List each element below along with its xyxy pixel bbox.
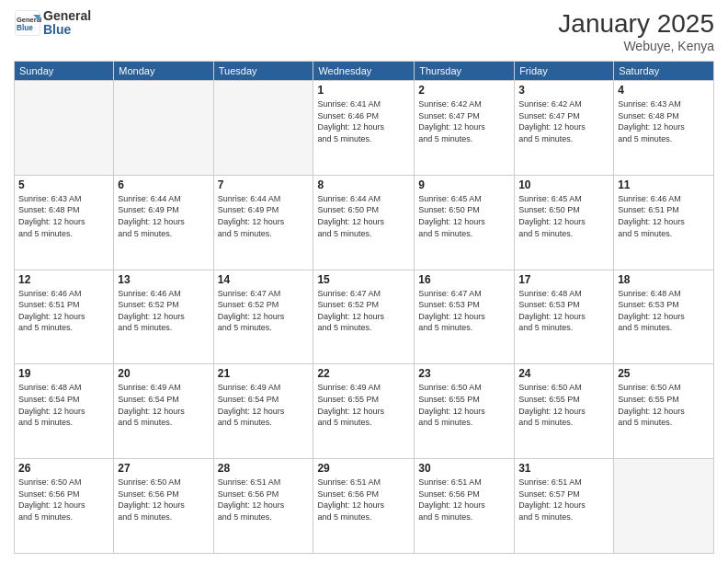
day-info: Sunrise: 6:51 AM Sunset: 6:56 PM Dayligh… <box>418 477 510 523</box>
week-row-3: 19Sunrise: 6:48 AM Sunset: 6:54 PM Dayli… <box>15 364 714 459</box>
calendar-cell: 14Sunrise: 6:47 AM Sunset: 6:52 PM Dayli… <box>213 270 313 364</box>
day-number: 4 <box>618 84 710 97</box>
day-info: Sunrise: 6:45 AM Sunset: 6:50 PM Dayligh… <box>518 193 609 239</box>
day-info: Sunrise: 6:42 AM Sunset: 6:47 PM Dayligh… <box>418 98 510 144</box>
day-number: 7 <box>218 178 310 191</box>
calendar-cell <box>15 81 114 176</box>
day-info: Sunrise: 6:46 AM Sunset: 6:51 PM Dayligh… <box>618 193 710 239</box>
logo-line2: Blue <box>43 23 91 37</box>
day-number: 11 <box>618 178 710 191</box>
weekday-header-sunday: Sunday <box>15 62 114 81</box>
day-number: 16 <box>418 273 510 286</box>
weekday-header-monday: Monday <box>114 62 213 81</box>
calendar-cell: 10Sunrise: 6:45 AM Sunset: 6:50 PM Dayli… <box>515 175 614 270</box>
calendar-cell: 3Sunrise: 6:42 AM Sunset: 6:47 PM Daylig… <box>515 81 614 176</box>
day-info: Sunrise: 6:42 AM Sunset: 6:47 PM Dayligh… <box>518 98 609 144</box>
calendar-cell: 4Sunrise: 6:43 AM Sunset: 6:48 PM Daylig… <box>614 81 714 176</box>
day-number: 19 <box>18 367 109 380</box>
weekday-header-thursday: Thursday <box>415 62 515 81</box>
calendar-cell: 21Sunrise: 6:49 AM Sunset: 6:54 PM Dayli… <box>213 364 313 459</box>
day-number: 20 <box>118 367 209 380</box>
day-number: 29 <box>317 462 410 475</box>
day-number: 15 <box>317 273 410 286</box>
calendar-table: SundayMondayTuesdayWednesdayThursdayFrid… <box>14 61 714 554</box>
day-number: 9 <box>418 178 510 191</box>
day-number: 30 <box>418 462 510 475</box>
day-info: Sunrise: 6:50 AM Sunset: 6:55 PM Dayligh… <box>418 382 510 428</box>
logo-line1: General <box>43 9 91 23</box>
day-number: 24 <box>518 367 609 380</box>
calendar-cell: 23Sunrise: 6:50 AM Sunset: 6:55 PM Dayli… <box>415 364 515 459</box>
header: General Blue General Blue January 2025 W… <box>14 9 714 53</box>
day-number: 8 <box>317 178 410 191</box>
day-info: Sunrise: 6:48 AM Sunset: 6:53 PM Dayligh… <box>618 288 710 334</box>
calendar-cell: 28Sunrise: 6:51 AM Sunset: 6:56 PM Dayli… <box>213 459 313 554</box>
day-number: 1 <box>317 84 410 97</box>
calendar-cell: 12Sunrise: 6:46 AM Sunset: 6:51 PM Dayli… <box>15 270 114 364</box>
calendar-body: 1Sunrise: 6:41 AM Sunset: 6:46 PM Daylig… <box>15 81 714 554</box>
day-number: 27 <box>118 462 209 475</box>
calendar-cell: 22Sunrise: 6:49 AM Sunset: 6:55 PM Dayli… <box>313 364 415 459</box>
calendar-cell: 24Sunrise: 6:50 AM Sunset: 6:55 PM Dayli… <box>515 364 614 459</box>
calendar-cell: 6Sunrise: 6:44 AM Sunset: 6:49 PM Daylig… <box>114 175 213 270</box>
week-row-0: 1Sunrise: 6:41 AM Sunset: 6:46 PM Daylig… <box>15 81 714 176</box>
day-number: 28 <box>218 462 310 475</box>
week-row-2: 12Sunrise: 6:46 AM Sunset: 6:51 PM Dayli… <box>15 270 714 364</box>
month-title: January 2025 <box>558 9 714 39</box>
day-number: 14 <box>218 273 310 286</box>
calendar-cell: 30Sunrise: 6:51 AM Sunset: 6:56 PM Dayli… <box>415 459 515 554</box>
day-info: Sunrise: 6:44 AM Sunset: 6:49 PM Dayligh… <box>118 193 209 239</box>
day-number: 2 <box>418 84 510 97</box>
calendar-cell: 1Sunrise: 6:41 AM Sunset: 6:46 PM Daylig… <box>313 81 415 176</box>
week-row-4: 26Sunrise: 6:50 AM Sunset: 6:56 PM Dayli… <box>15 459 714 554</box>
calendar-cell: 13Sunrise: 6:46 AM Sunset: 6:52 PM Dayli… <box>114 270 213 364</box>
day-number: 17 <box>518 273 609 286</box>
day-info: Sunrise: 6:50 AM Sunset: 6:56 PM Dayligh… <box>118 477 209 523</box>
day-number: 25 <box>618 367 710 380</box>
day-info: Sunrise: 6:41 AM Sunset: 6:46 PM Dayligh… <box>317 98 410 144</box>
day-info: Sunrise: 6:47 AM Sunset: 6:52 PM Dayligh… <box>218 288 310 334</box>
day-info: Sunrise: 6:51 AM Sunset: 6:56 PM Dayligh… <box>317 477 410 523</box>
day-number: 31 <box>518 462 609 475</box>
weekday-header-wednesday: Wednesday <box>313 62 415 81</box>
day-info: Sunrise: 6:50 AM Sunset: 6:55 PM Dayligh… <box>618 382 710 428</box>
day-number: 18 <box>618 273 710 286</box>
day-info: Sunrise: 6:44 AM Sunset: 6:50 PM Dayligh… <box>317 193 410 239</box>
day-info: Sunrise: 6:47 AM Sunset: 6:53 PM Dayligh… <box>418 288 510 334</box>
day-info: Sunrise: 6:45 AM Sunset: 6:50 PM Dayligh… <box>418 193 510 239</box>
day-info: Sunrise: 6:43 AM Sunset: 6:48 PM Dayligh… <box>618 98 710 144</box>
day-info: Sunrise: 6:49 AM Sunset: 6:54 PM Dayligh… <box>118 382 209 428</box>
day-info: Sunrise: 6:46 AM Sunset: 6:51 PM Dayligh… <box>18 288 109 334</box>
day-number: 22 <box>317 367 410 380</box>
calendar-cell: 15Sunrise: 6:47 AM Sunset: 6:52 PM Dayli… <box>313 270 415 364</box>
calendar-cell <box>114 81 213 176</box>
calendar-cell: 11Sunrise: 6:46 AM Sunset: 6:51 PM Dayli… <box>614 175 714 270</box>
calendar-cell: 5Sunrise: 6:43 AM Sunset: 6:48 PM Daylig… <box>15 175 114 270</box>
calendar-cell: 20Sunrise: 6:49 AM Sunset: 6:54 PM Dayli… <box>114 364 213 459</box>
calendar-cell: 16Sunrise: 6:47 AM Sunset: 6:53 PM Dayli… <box>415 270 515 364</box>
day-info: Sunrise: 6:50 AM Sunset: 6:56 PM Dayligh… <box>18 477 109 523</box>
day-number: 21 <box>218 367 310 380</box>
day-number: 6 <box>118 178 209 191</box>
calendar-cell: 17Sunrise: 6:48 AM Sunset: 6:53 PM Dayli… <box>515 270 614 364</box>
week-row-1: 5Sunrise: 6:43 AM Sunset: 6:48 PM Daylig… <box>15 175 714 270</box>
calendar-cell: 18Sunrise: 6:48 AM Sunset: 6:53 PM Dayli… <box>614 270 714 364</box>
logo: General Blue General Blue <box>14 9 91 38</box>
day-info: Sunrise: 6:46 AM Sunset: 6:52 PM Dayligh… <box>118 288 209 334</box>
day-number: 23 <box>418 367 510 380</box>
title-block: January 2025 Webuye, Kenya <box>558 9 714 53</box>
day-info: Sunrise: 6:49 AM Sunset: 6:54 PM Dayligh… <box>218 382 310 428</box>
weekday-row: SundayMondayTuesdayWednesdayThursdayFrid… <box>15 62 714 81</box>
weekday-header-tuesday: Tuesday <box>213 62 313 81</box>
day-info: Sunrise: 6:43 AM Sunset: 6:48 PM Dayligh… <box>18 193 109 239</box>
calendar-cell: 31Sunrise: 6:51 AM Sunset: 6:57 PM Dayli… <box>515 459 614 554</box>
day-info: Sunrise: 6:49 AM Sunset: 6:55 PM Dayligh… <box>317 382 410 428</box>
svg-text:Blue: Blue <box>17 24 33 32</box>
day-number: 3 <box>518 84 609 97</box>
day-info: Sunrise: 6:48 AM Sunset: 6:53 PM Dayligh… <box>518 288 609 334</box>
calendar-cell <box>213 81 313 176</box>
day-info: Sunrise: 6:51 AM Sunset: 6:56 PM Dayligh… <box>218 477 310 523</box>
location-title: Webuye, Kenya <box>558 39 714 53</box>
calendar-cell: 26Sunrise: 6:50 AM Sunset: 6:56 PM Dayli… <box>15 459 114 554</box>
day-info: Sunrise: 6:50 AM Sunset: 6:55 PM Dayligh… <box>518 382 609 428</box>
